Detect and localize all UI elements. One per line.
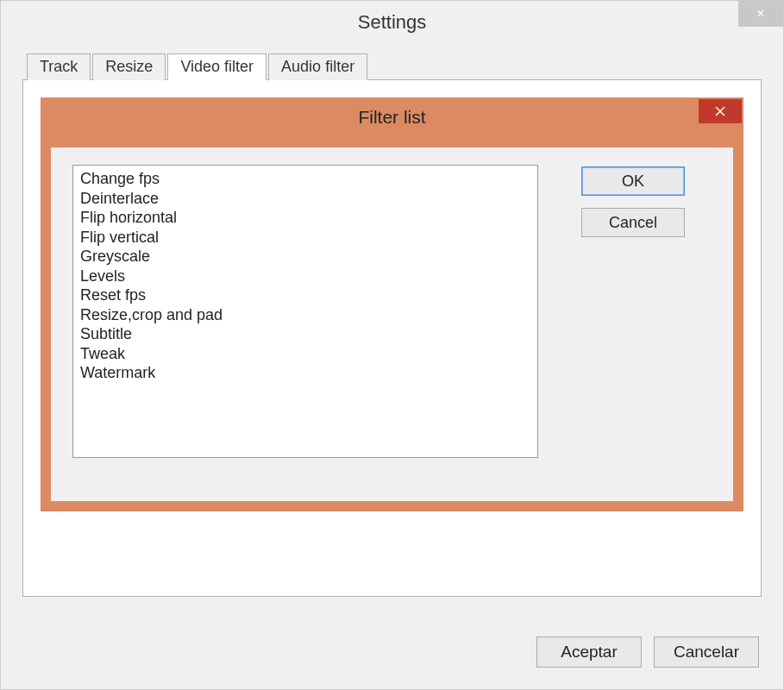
settings-window: Settings × Track Resize Video filter Aud… [0, 0, 784, 690]
accept-button[interactable]: Aceptar [536, 637, 642, 668]
button-label: Cancel [609, 214, 657, 232]
list-item[interactable]: Resize,crop and pad [78, 305, 532, 325]
tab-panel: Filter list Change fps Deint [22, 79, 762, 597]
list-item[interactable]: Flip horizontal [78, 208, 532, 228]
dialog-titlebar: Filter list [41, 97, 743, 137]
tab-label: Resize [105, 58, 153, 75]
tab-label: Track [40, 58, 78, 75]
list-item[interactable]: Reset fps [78, 285, 532, 305]
dialog-body: Change fps Deinterlace Flip horizontal F… [51, 147, 733, 501]
filter-list-dialog: Filter list Change fps Deint [41, 97, 743, 511]
dialog-body-wrap: Change fps Deinterlace Flip horizontal F… [41, 137, 743, 511]
tab-strip: Track Resize Video filter Audio filter [27, 53, 762, 79]
list-item[interactable]: Change fps [78, 169, 532, 189]
content-area: Track Resize Video filter Audio filter F… [1, 44, 783, 614]
cancel-button[interactable]: Cancelar [654, 637, 759, 668]
tab-label: Audio filter [281, 58, 354, 75]
titlebar: Settings × [1, 1, 783, 44]
close-icon [715, 106, 725, 116]
tab-track[interactable]: Track [27, 53, 91, 80]
list-item[interactable]: Watermark [78, 363, 532, 383]
filter-listbox[interactable]: Change fps Deinterlace Flip horizontal F… [72, 165, 538, 458]
list-item[interactable]: Greyscale [78, 247, 532, 267]
list-item[interactable]: Subtitle [78, 324, 532, 344]
footer-buttons: Aceptar Cancelar [536, 637, 759, 668]
button-label: Aceptar [561, 643, 617, 662]
tab-resize[interactable]: Resize [92, 53, 166, 80]
tab-audio-filter[interactable]: Audio filter [268, 53, 367, 80]
button-label: OK [622, 172, 644, 191]
tab-video-filter[interactable]: Video filter [167, 53, 267, 80]
list-item[interactable]: Flip vertical [78, 228, 532, 248]
ok-button[interactable]: OK [581, 166, 685, 196]
button-label: Cancelar [674, 643, 739, 662]
window-title: Settings [358, 11, 427, 34]
dialog-buttons: OK Cancel [581, 165, 685, 458]
tab-container: Track Resize Video filter Audio filter F… [22, 53, 762, 597]
list-item[interactable]: Tweak [78, 344, 532, 364]
close-icon: × [756, 6, 764, 22]
cancel-button[interactable]: Cancel [581, 208, 685, 237]
dialog-title: Filter list [358, 107, 425, 128]
list-item[interactable]: Deinterlace [78, 189, 532, 209]
dialog-close-button[interactable] [699, 99, 742, 123]
window-close-button[interactable]: × [738, 1, 783, 27]
list-item[interactable]: Levels [78, 267, 532, 286]
tab-label: Video filter [180, 58, 254, 75]
